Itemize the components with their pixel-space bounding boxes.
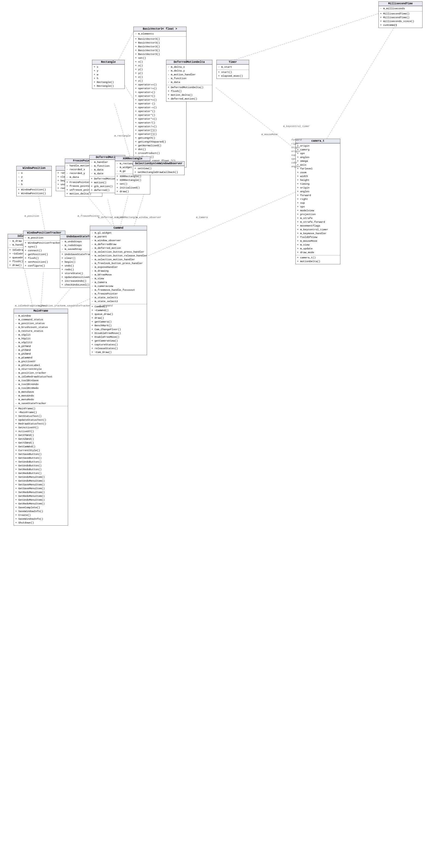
cam-wnd-box: CamWnd - m_gl_widget - m_parent - m_wind… [90,226,147,355]
cw-f2: + ~CamWnd() [91,309,145,312]
ct-f28: + m_update [297,247,339,251]
timer-public: + start() + elapsed_msec() [217,70,249,79]
mf-f6: + SetActiveXY() [15,426,66,430]
dmd-f1: + DeferredMotionDelta() [168,86,211,90]
ct-f23: + m_keycontrol_timer [297,228,339,232]
bv3-f1: + BasicVector3() [135,37,185,41]
mf-f2: + ~MainFrame() [15,411,66,414]
ct-f10: + height [297,178,339,182]
mf-pf1: - m_window [15,314,66,318]
mf-pf19: - m_toolBtnUndo [15,382,66,386]
ct-f3: + vpn [297,152,339,156]
mf-pf17: - m_idleRedrawStatusText [15,375,66,379]
main-frame-box: MainFrame - m_window - m_command_status … [13,309,68,526]
bv3-f26: + operator[]() [135,132,185,136]
cw-pf8: - m_selection_motion_handler [91,258,145,261]
mt-f1: + MillisecondTime() [380,12,421,16]
ct-f4: + angles [297,156,339,159]
svg-line-8 [108,198,114,228]
cw-f7: + Cam_ChangeFloor() [91,328,145,332]
mf-f8: + GetXYWnd() [15,433,66,437]
bv3-f20: + operator*() [135,110,185,114]
mf-f13: + SetSaveButton() [15,453,66,456]
bv3-pf1: - m_elements [135,32,185,36]
mf-pf2: - m_command_status [15,318,66,322]
mf-pf8: - m_vSplit2 [15,341,66,344]
wp-public: + WindowPosition() + WindowPosition() [17,187,52,196]
dmd-f3: + motion_delta() [168,93,211,97]
mf-f31: + Shutdown() [15,521,66,525]
wpt-f3: + connect() [25,249,64,253]
cw-pf5: - m_deferred_motion [91,246,145,250]
svg-line-18 [215,87,300,152]
mf-f4: + UpdateStatusText() [15,418,66,422]
svg-line-6 [148,190,300,256]
selection-system-window-observer-box: SelectionSystemWindowObserver + setView(… [133,161,185,175]
svg-line-16 [37,190,45,231]
timer-title: Timer [217,60,249,64]
label-m-rectangle: m_rectangle [114,134,131,137]
label-m-keycontrol-timer: m_keycontrol_timer [283,125,310,128]
mf-pf6: - m_vSplit [15,333,66,337]
ct-f9: + width [297,175,339,178]
bv3-f30: + dot() [135,148,185,152]
ct-f25: + fieldOfView [297,236,339,239]
ct-f2: + camorg [297,148,339,152]
label-m-start: m_start [387,24,397,27]
ct-f22: + movementflags [297,224,339,228]
mf-f9: + GetXZWnd() [15,437,66,441]
bv3-f21: + operator*() [135,114,185,117]
dmd-pf4: - m_function [168,77,211,81]
diagram-container: MillisecondTime - m_milliseconds + Milli… [0,0,425,868]
ct-f19: + projection [297,213,339,216]
cw-pf3: - m_window_observer [91,239,145,243]
ct-f17: + vpn [297,205,339,209]
xorr-public: + XORRectangle() + XORRectangle() + set(… [115,174,150,194]
mf-f26: + GetRedoMenuItem() [15,502,66,506]
sswo-title: SelectionSystemWindowObserver [133,161,184,166]
mf-f29: + Create() [15,514,66,517]
mf-pf9: - m_pXYWnd [15,344,66,348]
mf-f10: + GetYZWnd() [15,441,66,445]
mf-f19: + SetUndoMenuItem() [15,475,66,479]
camera-t-title: camera_t [296,139,340,143]
bv3-f6: + set() [135,56,185,60]
mf-f28: + SaveWindowInfo() [15,509,66,514]
mf-f14: + GetSaveButton() [15,456,66,460]
cw-pf9: - m_freelook_button_press_handler [91,261,145,266]
bv3-f28: + getLengthSquared() [135,140,185,144]
ct-f5: + omega [297,159,339,163]
bv3-f22: + operator*=() [135,117,185,121]
dmd-f4: + deferred_motion() [168,97,211,101]
mf-pf20: - m_toolBtnRedo [15,386,66,390]
cw-f13: + ~Cam_Draw() [91,350,145,354]
mf-f12: + CurrentStyle() [15,449,66,453]
label-m-position: m_position [25,215,39,218]
rect-f5: + Rectangle() [94,81,123,84]
ct-f16: + vup [297,201,339,205]
window-position-box: WindowPosition - x - y - w - h + WindowP… [16,166,52,196]
bv3-f18: + operator-() [135,102,185,106]
ct-f7: + farlevel [297,167,339,171]
mf-f24: + GetRedoMenuItem() [15,494,66,498]
cw-pf2: - m_parent [91,235,145,239]
mf-f11: + GetCamWnd() [15,445,66,449]
mt-f2: + MillisecondTime() [380,16,421,20]
ct-f11: + timing [297,182,339,186]
millisecond-time-private: - m_milliseconds [379,6,422,11]
wpt-f5: + flush() [25,256,64,260]
bv3-f4: + BasicVector3() [135,49,185,53]
ct-f15: + right [297,197,339,201]
mf-f15: + SetUndoButton() [15,460,66,464]
ct-f27: + m_view [297,243,339,247]
xorr-f1: + XORRectangle() [116,175,149,178]
camera-t-fields: + origin + camorg + vpn + angles + omega… [296,143,340,255]
xorr-title: XORRectangle [115,157,150,161]
cw-pf19: - m_state_select2 [91,300,145,304]
wpt-pf1: - m_position [25,236,64,240]
ct-f14: + forward [297,194,339,197]
wp-f2: + WindowPosition() [18,192,50,195]
cw-pf12: - m_bFreeMove [91,273,145,277]
cw-title: CamWnd [90,226,147,230]
sswo-public: + setView() + setRectangleDrawCallback() [133,166,184,175]
